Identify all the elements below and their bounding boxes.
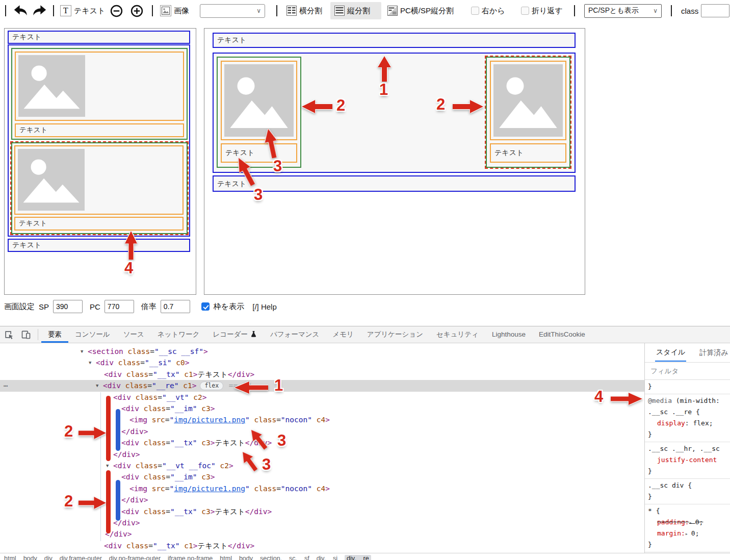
breadcrumb-item[interactable]: html	[4, 555, 16, 560]
breadcrumb-item[interactable]: div.no-frame-outer	[109, 555, 161, 560]
pc-card-1[interactable]: テキスト	[217, 57, 301, 168]
text-tool-button[interactable]: T テキスト	[60, 0, 105, 21]
tree-row[interactable]: <div class="__vt" c2>	[0, 392, 645, 403]
css-rule[interactable]: }	[645, 380, 730, 394]
tree-row[interactable]: <img src="img/picture1.png" class="nocon…	[0, 414, 645, 425]
split-vertical-button[interactable]: 縦分割	[334, 0, 370, 21]
tab-styles[interactable]: スタイル	[655, 344, 686, 362]
help-link[interactable]: [/] Help	[252, 302, 277, 311]
breadcrumb-item[interactable]: div.__si	[317, 555, 337, 560]
breadcrumb-item[interactable]: body	[23, 555, 37, 560]
sp-card-1-text-block[interactable]: テキスト	[15, 123, 184, 137]
pc-card-1-text-block[interactable]: テキスト	[221, 143, 297, 163]
from-right-checkbox[interactable]: 右から	[471, 0, 505, 21]
styles-filter-input[interactable]: フィルタ	[645, 363, 730, 380]
expand-arrow-icon[interactable]: ▼	[81, 346, 83, 357]
breadcrumb-item[interactable]: div.frame-outer	[60, 555, 102, 560]
annotation-label-2: 2	[336, 96, 345, 115]
class-input[interactable]	[701, 4, 729, 17]
annotation-arrow-4-preview	[125, 231, 137, 260]
tree-row[interactable]: <div class="__im" c3>	[0, 471, 645, 482]
pc-text-block-top[interactable]: テキスト	[213, 33, 576, 48]
annotation-bar-red-1	[106, 396, 111, 461]
sp-text-block-top[interactable]: テキスト	[8, 31, 190, 44]
split-horizontal-button[interactable]: 横分割	[286, 0, 322, 21]
tree-row[interactable]: </div>	[0, 528, 645, 540]
css-rule[interactable]: @media (min-width:.__sc .__re {display: …	[645, 394, 730, 442]
device-toolbar-icon[interactable]	[17, 327, 35, 342]
sp-card-2-text-block[interactable]: テキスト	[14, 217, 184, 231]
devtools-tab[interactable]: レコーダー	[206, 326, 264, 343]
split-pcsp-button[interactable]: PC横/SP縦分割	[387, 0, 454, 21]
text-tool-icon: T	[60, 5, 71, 16]
breadcrumb-item[interactable]: div	[44, 555, 53, 560]
devtools-tab[interactable]: アプリケーション	[360, 326, 430, 343]
tab-computed[interactable]: 計算済み	[699, 348, 728, 358]
breadcrumb-item[interactable]: section.__sc.__sf	[260, 555, 309, 560]
indent-guide	[100, 392, 101, 541]
devtools-tab[interactable]: ネットワーク	[151, 326, 206, 343]
css-rule[interactable]: .__sc div {}	[645, 479, 730, 504]
devtools-tab[interactable]: メモリ	[326, 326, 360, 343]
tree-row[interactable]: ▼<section class="__sc __sf">	[0, 346, 645, 357]
devtools-tab[interactable]: セキュリティ	[430, 326, 485, 343]
pc-card-2-image-block[interactable]	[490, 61, 566, 140]
sp-row-container[interactable]: テキスト テキスト	[8, 44, 190, 237]
pc-card-1-image-block[interactable]	[221, 61, 297, 140]
undo-icon[interactable]	[13, 0, 29, 21]
tree-row[interactable]: <div class="__tx" c1>テキスト</div>	[0, 369, 645, 380]
image-tool-button[interactable]: 画像	[160, 0, 189, 21]
devtools-tab[interactable]: EditThisCookie	[532, 326, 592, 343]
tree-row[interactable]: </div>	[0, 517, 645, 528]
tree-row[interactable]: </div>	[0, 449, 645, 460]
tree-row[interactable]: ⋯▼<div class="__re" c1>flex == $0	[0, 380, 645, 391]
row-options-icon[interactable]: ⋯	[4, 380, 8, 391]
show-frame-checkbox[interactable]	[201, 302, 210, 311]
sp-text-block-bottom[interactable]: テキスト	[8, 239, 190, 252]
pc-preview-panel[interactable]: テキスト テキスト	[204, 28, 585, 295]
breadcrumb-item[interactable]: iframe.no-frame	[168, 555, 213, 560]
devtools-tab[interactable]: パフォーマンス	[264, 326, 326, 343]
devtools-tab[interactable]: コンソール	[68, 326, 117, 343]
devtools-toolbar: 要素コンソールソースネットワークレコーダーパフォーマンスメモリアプリケーションセ…	[0, 326, 730, 343]
pc-card-2-text-block[interactable]: テキスト	[490, 143, 566, 163]
tree-row[interactable]: <img src="img/picture1.png" class="nocon…	[0, 483, 645, 494]
annotation-arrow-1-devtools	[234, 381, 268, 394]
breadcrumb-item[interactable]: body	[239, 555, 253, 560]
css-rule[interactable]: .__sc .__hr, .__scjustify-content}	[645, 442, 730, 479]
devtools-tab[interactable]: 要素	[41, 326, 68, 343]
annotation-arrow-4-devtools	[611, 393, 642, 405]
from-right-checkbox-box	[471, 7, 479, 15]
tree-row[interactable]: <div class="__tx" c1>テキスト</div>	[0, 540, 645, 551]
tree-row[interactable]: ▼<div class="__si" c0>	[0, 357, 645, 368]
wrap-checkbox[interactable]: 折り返す	[521, 0, 563, 21]
sp-width-input[interactable]	[53, 300, 83, 313]
display-mode-select[interactable]: PC/SPとも表示 ∨	[584, 0, 662, 21]
pc-width-input[interactable]	[105, 300, 134, 313]
tree-row[interactable]: ▼<div class="__vt __foc" c2>	[0, 460, 645, 471]
pc-text-block-bottom[interactable]: テキスト	[213, 175, 576, 192]
sp-preview-panel[interactable]: テキスト テキスト	[4, 28, 196, 295]
devtools-tab[interactable]: ソース	[117, 326, 151, 343]
scale-input[interactable]	[161, 300, 190, 313]
devtools-tab[interactable]: Lighthouse	[485, 326, 532, 343]
css-rule[interactable]: * {padding:▸ 0;margin:▸ 0;}	[645, 504, 730, 552]
zoom-out-button[interactable]	[110, 0, 123, 21]
expand-arrow-icon[interactable]: ▼	[96, 380, 98, 391]
divider	[276, 5, 277, 16]
redo-icon[interactable]	[32, 0, 47, 21]
sp-card-1-image-block[interactable]	[15, 52, 184, 121]
breadcrumb-item[interactable]: html	[220, 555, 232, 560]
inspect-element-icon[interactable]	[0, 327, 17, 342]
image-select[interactable]: ∨	[200, 0, 265, 21]
breadcrumb-item[interactable]: div.__re	[345, 555, 371, 560]
sp-card-2-image-block[interactable]	[14, 145, 184, 215]
sp-card-2-focused[interactable]: テキスト	[10, 141, 189, 235]
zoom-in-button[interactable]	[131, 0, 143, 21]
sp-card-1[interactable]: テキスト	[11, 48, 188, 140]
pc-card-2-focused[interactable]: テキスト	[485, 56, 571, 169]
css-rule[interactable]: *, :after, :beforebackground-repe	[645, 552, 730, 553]
expand-arrow-icon[interactable]: ▼	[89, 357, 91, 368]
divider	[574, 5, 575, 16]
tree-row[interactable]: <div class="__im" c3>	[0, 403, 645, 414]
